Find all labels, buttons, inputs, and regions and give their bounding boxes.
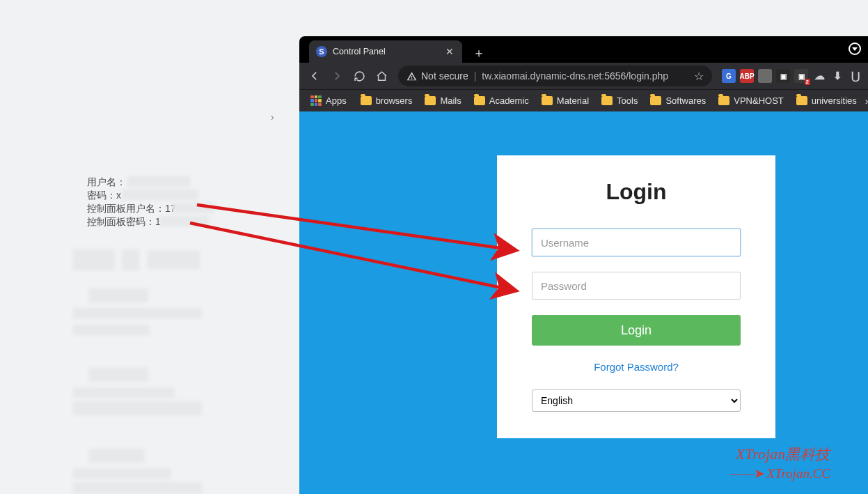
browser-window: S Control Panel ✕ ＋ Not xyxy=(299,36,868,494)
forgot-password-link[interactable]: Forgot Password? xyxy=(532,361,741,373)
folder-icon xyxy=(542,96,553,105)
window-menu-icon[interactable] xyxy=(849,43,861,55)
security-indicator[interactable]: Not secure xyxy=(407,70,468,82)
forward-button xyxy=(327,66,347,86)
bookmark-label: VPN&HOST xyxy=(734,95,784,106)
login-heading: Login xyxy=(532,179,741,205)
bookmark-label: universities xyxy=(812,95,857,106)
ext-2-icon[interactable]: ▣ xyxy=(776,69,790,83)
folder-icon xyxy=(718,96,729,105)
bookmark-folder[interactable]: Material xyxy=(536,93,594,109)
security-label: Not secure xyxy=(421,70,468,82)
bookmarks-bar: Apps browsersMailsAcademicMaterialToolsS… xyxy=(299,89,868,111)
bookmark-folder[interactable]: universities xyxy=(791,93,862,109)
tab-strip: S Control Panel ✕ ＋ xyxy=(299,36,868,63)
translate-icon[interactable]: G xyxy=(722,69,736,83)
bookmark-folder[interactable]: Mails xyxy=(419,93,466,109)
watermark-arrow-icon: ——➤ xyxy=(730,466,764,481)
apps-button[interactable]: Apps xyxy=(305,93,352,109)
watermark: XTrojan黑科技 ——➤ XTrojan.CC xyxy=(730,445,830,481)
bookmark-label: Mails xyxy=(440,95,461,106)
folder-icon xyxy=(601,96,613,105)
bookmark-label: Softwares xyxy=(665,95,706,106)
bookmark-label: Material xyxy=(557,95,589,106)
login-card: Login Login Forgot Password? English xyxy=(497,155,775,438)
folder-icon xyxy=(361,96,372,105)
username-input[interactable] xyxy=(532,229,741,256)
today-chevron-icon: › xyxy=(271,111,274,123)
camera-icon[interactable]: ▣2 xyxy=(794,69,808,83)
apps-label: Apps xyxy=(326,95,347,106)
language-select[interactable]: English xyxy=(532,389,741,412)
bookmark-label: Academic xyxy=(489,95,529,106)
watermark-line1: XTrojan黑科技 xyxy=(730,445,830,464)
page-viewport: Login Login Forgot Password? English xyxy=(299,111,868,494)
favicon-icon: S xyxy=(316,46,327,57)
pocket-icon[interactable]: ⋃ xyxy=(849,69,862,83)
reload-button[interactable] xyxy=(349,66,369,86)
bookmark-label: browsers xyxy=(376,95,413,106)
ext-1-icon[interactable] xyxy=(758,69,772,83)
tab-title: Control Panel xyxy=(333,47,439,56)
bookmark-folder[interactable]: Academic xyxy=(468,93,535,109)
close-tab-icon[interactable]: ✕ xyxy=(444,46,455,57)
folder-icon xyxy=(650,96,661,105)
url-text: tw.xiaomai.dynamic-dns.net:5656/login.ph… xyxy=(482,70,668,82)
password-input[interactable] xyxy=(532,272,741,300)
cloud-icon[interactable]: ☁ xyxy=(812,69,826,83)
bookmark-folder[interactable]: Tools xyxy=(596,93,643,109)
bookmarks-overflow-icon[interactable]: » xyxy=(865,91,868,111)
home-button[interactable] xyxy=(372,66,391,86)
address-bar[interactable]: Not secure | tw.xiaomai.dynamic-dns.net:… xyxy=(398,65,712,86)
browser-tab-active[interactable]: S Control Panel ✕ xyxy=(309,40,462,63)
back-button[interactable] xyxy=(305,66,324,86)
warning-icon xyxy=(407,71,417,82)
nav-toolbar: Not secure | tw.xiaomai.dynamic-dns.net:… xyxy=(299,63,868,89)
apps-grid-icon xyxy=(310,95,322,107)
folder-icon xyxy=(796,96,807,105)
bookmark-folder[interactable]: VPN&HOST xyxy=(713,93,789,109)
new-tab-button[interactable]: ＋ xyxy=(469,43,489,63)
bookmark-folder[interactable]: Softwares xyxy=(645,93,711,109)
login-button[interactable]: Login xyxy=(532,315,741,346)
bookmark-folder[interactable]: browsers xyxy=(355,93,418,109)
folder-icon xyxy=(425,96,436,105)
bookmark-star-icon[interactable]: ☆ xyxy=(694,70,704,83)
bookmark-label: Tools xyxy=(617,95,638,106)
adblock-icon[interactable]: ABP xyxy=(740,69,754,83)
folder-icon xyxy=(474,96,485,105)
watermark-line2: XTrojan.CC xyxy=(764,466,830,481)
download-icon[interactable]: ⬇ xyxy=(830,69,844,83)
